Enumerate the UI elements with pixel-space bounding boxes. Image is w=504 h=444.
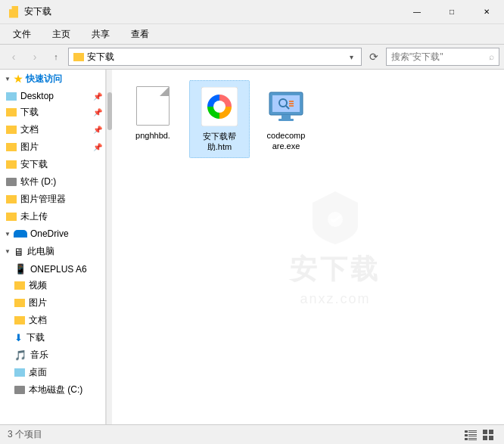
sidebar-wrapper: ▼ ★ 快速访问 Desktop 📌 下载 📌 文档 📌 图片: [0, 70, 112, 424]
svg-rect-22: [489, 430, 493, 434]
svg-rect-16: [468, 434, 477, 435]
file-label: codecomp are.exe: [259, 130, 313, 152]
sidebar-item-video[interactable]: 视频: [0, 277, 105, 294]
expand-arrow: ▼: [5, 248, 11, 255]
tab-view[interactable]: 查看: [121, 24, 159, 44]
file-icon-wrapper: [198, 85, 241, 128]
computer-icon: 🖥: [14, 246, 24, 258]
sidebar-label: ONEPLUS A6: [30, 264, 87, 275]
folder-icon: [9, 6, 18, 18]
up-button[interactable]: ↑: [47, 48, 65, 66]
exe-icon: [268, 86, 304, 126]
window-icon: [6, 6, 18, 18]
refresh-button[interactable]: ⟳: [365, 48, 383, 66]
sidebar-label: 未上传: [20, 210, 48, 223]
item-count: 3 个项目: [8, 428, 42, 441]
sidebar-label: 安下载: [20, 158, 48, 171]
sidebar-item-software-d[interactable]: 软件 (D:): [0, 173, 105, 191]
tab-file[interactable]: 文件: [3, 24, 41, 44]
file-item-anzaixia[interactable]: 安下载帮助.htm: [189, 80, 250, 158]
folder-icon: [6, 213, 17, 221]
quickaccess-label: 快速访问: [26, 73, 62, 85]
view-large-button[interactable]: [481, 427, 496, 442]
svg-point-0: [328, 212, 343, 227]
svg-rect-17: [468, 436, 477, 436]
sidebar-label: 图片: [29, 297, 47, 309]
sidebar-item-anxia[interactable]: 安下载: [0, 156, 105, 173]
file-label: 安下载帮助.htm: [193, 131, 246, 153]
ribbon: 文件 主页 共享 查看: [0, 24, 504, 45]
sidebar-item-download[interactable]: 下载 📌: [0, 104, 105, 121]
view-icons: [463, 427, 496, 442]
address-box[interactable]: 安下载 ▾: [68, 48, 362, 66]
folder-icon: [6, 92, 17, 101]
pin-icon: 📌: [93, 108, 102, 116]
search-icon[interactable]: ⌕: [489, 51, 494, 62]
folder-icon: [6, 108, 17, 116]
close-button[interactable]: ✕: [469, 0, 504, 24]
sidebar-item-docs2[interactable]: 文档: [0, 312, 105, 329]
watermark-cn: 安下载: [290, 251, 381, 288]
watermark: 安下载 anxz.com: [290, 188, 381, 307]
thispc-label: 此电脑: [27, 245, 54, 258]
content-area: 安下载 anxz.com pnghhbd.: [112, 70, 504, 424]
svg-rect-14: [468, 432, 477, 433]
maximize-button[interactable]: □: [434, 0, 469, 24]
sidebar-quickaccess[interactable]: ▼ ★ 快速访问: [0, 70, 105, 88]
tab-share[interactable]: 共享: [82, 24, 120, 44]
watermark-en: anxz.com: [300, 291, 370, 307]
address-chevron[interactable]: ▾: [347, 53, 356, 61]
svg-rect-18: [465, 438, 468, 440]
sidebar-label: 文档: [29, 314, 47, 327]
window-controls: — □ ✕: [400, 0, 504, 24]
address-bar-row: ‹ › ↑ 安下载 ▾ ⟳ ⌕: [0, 45, 504, 70]
address-folder-icon: [73, 53, 84, 61]
sidebar-item-desktop[interactable]: Desktop 📌: [0, 88, 105, 104]
svg-rect-13: [468, 430, 477, 431]
sidebar-item-notup[interactable]: 未上传: [0, 208, 105, 225]
file-label: pnghhbd.: [135, 130, 170, 141]
sidebar-label: 软件 (D:): [20, 175, 56, 188]
sidebar-scrollbar[interactable]: [106, 70, 112, 424]
file-icon-wrapper: [132, 85, 174, 127]
sidebar-item-music[interactable]: 🎵 音乐: [0, 346, 105, 364]
sidebar-thispc[interactable]: ▼ 🖥 此电脑: [0, 242, 105, 261]
sidebar-item-pics2[interactable]: 图片: [0, 294, 105, 312]
file-item-codecompare[interactable]: codecomp are.exe: [256, 80, 316, 158]
watermark-shield-icon: [305, 188, 366, 248]
back-button[interactable]: ‹: [5, 48, 23, 66]
forward-button[interactable]: ›: [26, 48, 44, 66]
expand-arrow: ▼: [5, 231, 11, 238]
tab-home[interactable]: 主页: [42, 24, 80, 44]
view-details-button[interactable]: [463, 427, 478, 442]
sidebar-item-desktop2[interactable]: 桌面: [0, 364, 105, 381]
ribbon-tabs: 文件 主页 共享 查看: [0, 24, 504, 44]
minimize-button[interactable]: —: [400, 0, 434, 24]
svg-rect-5: [282, 115, 291, 119]
svg-rect-19: [468, 438, 477, 439]
folder-icon: [14, 316, 25, 324]
music-icon: 🎵: [14, 349, 26, 361]
sidebar-item-oneplus[interactable]: 📱 ONEPLUS A6: [0, 261, 105, 277]
sidebar-item-docs[interactable]: 文档 📌: [0, 121, 105, 138]
sidebar-label: 下载: [20, 106, 39, 119]
title-bar: 安下载 — □ ✕: [0, 0, 504, 24]
pin-icon: 📌: [93, 92, 102, 101]
drive-icon: [6, 178, 17, 186]
sidebar-item-local-c[interactable]: 本地磁盘 (C:): [0, 381, 105, 399]
sidebar-item-pics[interactable]: 图片 📌: [0, 138, 105, 156]
sidebar-label: 文档: [20, 123, 39, 136]
sidebar-item-imgmgr[interactable]: 图片管理器: [0, 191, 105, 208]
search-box[interactable]: ⌕: [386, 48, 499, 66]
folder-icon: [6, 126, 17, 134]
title-text: 安下载: [24, 5, 51, 18]
sidebar-onedrive[interactable]: ▼ OneDrive: [0, 225, 105, 242]
onedrive-label: OneDrive: [30, 228, 69, 239]
folder-icon: [6, 195, 17, 203]
star-icon: ★: [14, 73, 23, 85]
search-input[interactable]: [391, 51, 486, 62]
drive-icon: [14, 386, 25, 394]
sidebar-item-down2[interactable]: ⬇ 下载: [0, 329, 105, 346]
file-item-pnghhbd[interactable]: pnghhbd.: [123, 80, 183, 158]
address-path: 安下载: [87, 51, 114, 64]
